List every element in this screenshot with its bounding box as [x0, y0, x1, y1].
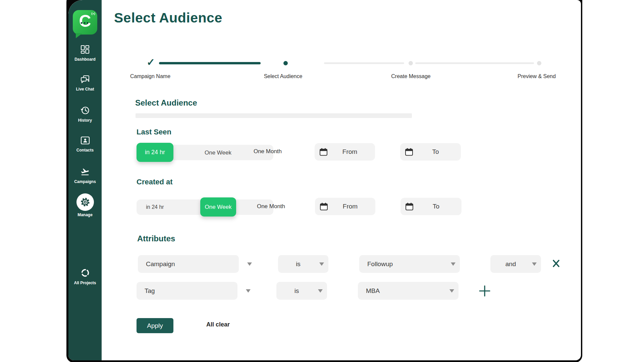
sidebar-label: Dashboard — [68, 57, 102, 62]
section-progress-track — [136, 113, 412, 118]
attribute-operator-value: is — [278, 255, 318, 273]
sidebar-item-live-chat[interactable]: Live Chat — [68, 75, 102, 92]
chevron-down-icon — [532, 262, 537, 266]
from-label: From — [328, 148, 372, 156]
attribute-operator-select[interactable]: is — [278, 255, 328, 273]
chat-bubbles-icon — [80, 75, 90, 84]
calendar-icon — [319, 147, 328, 157]
last-seen-option-one-month[interactable]: One Month — [246, 148, 289, 155]
sidebar-item-dashboard[interactable]: Dashboard — [68, 45, 102, 62]
step-preview-send[interactable]: Preview & Send — [496, 73, 577, 79]
sidebar-label: All Projects — [68, 281, 102, 285]
created-at-option-one-week-active[interactable]: One Week — [200, 197, 236, 217]
chevron-down-icon[interactable] — [247, 262, 252, 266]
step-campaign-name[interactable]: Campaign Name — [110, 73, 191, 79]
app-logo[interactable]: C — [73, 10, 97, 35]
sidebar-label: Manage — [68, 213, 102, 217]
page-title: Select Audience — [114, 10, 222, 26]
step-select-audience[interactable]: Select Audience — [243, 73, 323, 79]
remove-attribute-x-icon[interactable] — [552, 259, 560, 268]
app-root: C Dashboard — [0, 0, 644, 362]
attribute-field-select[interactable]: Tag — [137, 282, 237, 300]
add-attribute-plus-icon[interactable] — [478, 285, 491, 297]
created-at-option-24hr[interactable]: in 24 hr — [137, 204, 173, 210]
chevron-down-icon — [449, 289, 454, 293]
attribute-field-value: Tag — [145, 282, 155, 300]
attribute-value-select[interactable]: Followup — [359, 255, 460, 273]
attributes-title: Attributes — [137, 234, 175, 243]
created-at-to-datepicker[interactable]: To — [400, 198, 462, 215]
sidebar-label: Live Chat — [68, 87, 102, 92]
step-create-message[interactable]: Create Message — [371, 73, 451, 79]
sidebar-label: Contacts — [68, 148, 102, 153]
chevron-down-icon[interactable] — [246, 289, 251, 293]
segmented-circle-icon — [80, 268, 90, 278]
broadcast-icon — [91, 11, 96, 16]
sidebar-item-all-projects[interactable]: All Projects — [68, 268, 102, 285]
contact-card-icon — [80, 136, 90, 145]
created-at-title: Created at — [137, 178, 173, 186]
logo-bubble-tail — [76, 33, 83, 38]
step-completed-check-icon: ✓ — [147, 56, 155, 68]
stepper-segment-completed — [159, 62, 261, 64]
sidebar: C Dashboard — [68, 0, 102, 360]
attribute-conjunction-select[interactable]: and — [490, 255, 541, 273]
last-seen-to-datepicker[interactable]: To — [400, 143, 461, 161]
attribute-value: Followup — [367, 255, 393, 273]
chevron-down-icon — [451, 262, 455, 266]
to-label: To — [414, 203, 458, 210]
gear-icon — [80, 197, 91, 207]
calendar-icon — [319, 202, 328, 211]
attribute-value-select[interactable]: MBA — [358, 282, 459, 300]
sidebar-item-manage[interactable]: Manage — [68, 193, 102, 217]
attribute-value: MBA — [366, 282, 380, 300]
stepper-segment-upcoming — [324, 62, 404, 64]
manage-active-circle — [76, 193, 94, 211]
sidebar-item-campaigns[interactable]: Campaigns — [68, 167, 102, 184]
attribute-field-value: Campaign — [146, 255, 175, 273]
sidebar-label: Campaigns — [68, 179, 102, 184]
attribute-operator-select[interactable]: is — [276, 282, 327, 300]
from-label: From — [328, 203, 372, 210]
stepper-dot-upcoming — [537, 61, 541, 65]
flight-takeoff-icon — [80, 167, 90, 176]
section-title: Select Audience — [135, 98, 197, 108]
created-at-option-one-month[interactable]: One Month — [249, 203, 293, 210]
sidebar-item-history[interactable]: History — [68, 106, 102, 123]
stepper-dot-active — [283, 61, 288, 65]
attribute-operator-value: is — [276, 282, 317, 300]
all-clear-button[interactable]: All clear — [191, 321, 245, 328]
calendar-icon — [405, 202, 414, 211]
last-seen-from-datepicker[interactable]: From — [315, 143, 375, 161]
apply-button[interactable]: Apply — [137, 318, 173, 333]
to-label: To — [414, 148, 458, 156]
sidebar-label: History — [68, 118, 102, 123]
last-seen-title: Last Seen — [137, 128, 171, 136]
history-clock-icon — [80, 106, 90, 115]
chevron-down-icon — [319, 262, 324, 266]
created-at-from-datepicker[interactable]: From — [315, 198, 375, 215]
sidebar-item-contacts[interactable]: Contacts — [68, 136, 102, 153]
calendar-icon — [405, 147, 414, 157]
chevron-down-icon — [318, 289, 323, 293]
logo-dots — [80, 22, 88, 24]
attribute-field-select[interactable]: Campaign — [138, 255, 239, 273]
last-seen-option-one-week[interactable]: One Week — [196, 149, 240, 156]
stepper-dot-upcoming — [409, 61, 413, 65]
stepper-segment-upcoming — [415, 62, 534, 64]
last-seen-option-24hr-active[interactable]: in 24 hr — [137, 143, 173, 162]
dashboard-grid-icon — [80, 45, 90, 54]
attribute-conjunction-value: and — [490, 255, 531, 273]
